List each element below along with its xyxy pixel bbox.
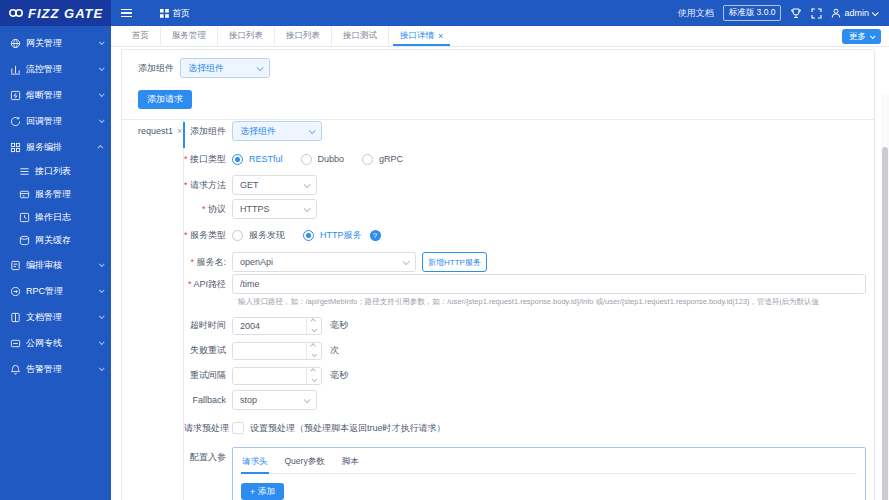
app-logo[interactable]: FIZZ GATE — [0, 0, 111, 26]
params-tab-headers[interactable]: 请求头 — [241, 453, 269, 473]
sidebar-subitem-gateway-cache[interactable]: 网关缓存 — [0, 229, 111, 252]
version-badge: 标准版 3.0.0 — [723, 5, 782, 21]
document-icon — [10, 312, 21, 323]
tab-interface-list-1[interactable]: 接口列表 — [217, 26, 274, 46]
orchestration-icon — [10, 142, 21, 153]
radio-grpc-label[interactable]: gRPC — [379, 154, 403, 164]
sidebar-subitem-label: 接口列表 — [35, 165, 71, 178]
chevron-down-icon — [99, 313, 105, 319]
sidebar-item-gateway-mgmt[interactable]: 网关管理 — [0, 30, 111, 56]
number-stepper[interactable] — [306, 341, 321, 359]
sidebar-item-public-line[interactable]: 公网专线 — [0, 330, 111, 356]
help-icon[interactable]: ? — [370, 230, 381, 241]
header-home-link[interactable]: 首页 — [160, 7, 190, 20]
protocol-select[interactable]: HTTPS — [232, 199, 317, 219]
service-type-label: 服务类型 — [184, 225, 232, 245]
trophy-icon[interactable] — [790, 7, 802, 19]
service-name-select[interactable]: openApi — [232, 252, 416, 272]
sidebar-item-circuit-mgmt[interactable]: 熔断管理 — [0, 82, 111, 108]
api-path-input[interactable] — [232, 274, 866, 294]
sidebar-subitem-label: 网关缓存 — [35, 234, 71, 247]
component-select[interactable]: 选择组件 — [180, 58, 270, 78]
tab-home[interactable]: 首页 — [121, 26, 160, 46]
interface-type-label: 接口类型 — [184, 149, 232, 169]
radio-dubbo[interactable] — [301, 154, 312, 165]
protocol-label: 协议 — [184, 199, 232, 219]
sidebar-item-orchestration-audit[interactable]: 编排审核 — [0, 252, 111, 278]
stepper-down-icon — [307, 375, 321, 384]
sidebar-subitem-label: 服务管理 — [35, 188, 71, 201]
retry-interval-label: 重试间隔 — [184, 365, 232, 385]
api-path-hint: 输入接口路径，如：/api/getMebInfo；路径支持引用参数，如：/use… — [238, 297, 866, 307]
close-icon[interactable]: × — [438, 32, 443, 41]
sidebar-item-callback-mgmt[interactable]: 回调管理 — [0, 108, 111, 134]
request-tab-request1[interactable]: request1 × — [138, 120, 183, 136]
retry-interval-unit: 毫秒 — [330, 369, 348, 382]
vertical-scrollbar[interactable] — [881, 94, 889, 500]
method-select[interactable]: GET — [232, 175, 317, 195]
sidebar-item-rpc-mgmt[interactable]: RPC管理 — [0, 278, 111, 304]
flow-chart-icon — [10, 64, 21, 75]
more-tabs-button[interactable]: 更多 — [842, 29, 881, 44]
sidebar-subitem-interface-list[interactable]: 接口列表 — [0, 160, 111, 183]
stepper-down-icon — [307, 350, 321, 359]
radio-grpc[interactable] — [362, 154, 373, 165]
tab-interface-detail[interactable]: 接口详情 × — [388, 26, 454, 46]
username: admin — [844, 8, 869, 18]
scrollbar-thumb[interactable] — [882, 147, 888, 500]
chevron-down-icon — [99, 287, 105, 293]
preprocess-checkbox[interactable] — [232, 422, 244, 434]
sidebar-subitem-operation-log[interactable]: 操作日志 — [0, 206, 111, 229]
radio-restful[interactable] — [232, 154, 243, 165]
hamburger-icon[interactable] — [119, 5, 134, 22]
sidebar-item-label: 告警管理 — [26, 363, 62, 376]
fizz-logo-icon — [8, 7, 24, 19]
number-stepper[interactable] — [306, 316, 321, 334]
sidebar-item-alarm-mgmt[interactable]: 告警管理 — [0, 356, 111, 382]
bell-icon — [10, 364, 21, 375]
add-component-row: 添加组件 选择组件 — [138, 58, 866, 78]
params-tab-script[interactable]: 脚本 — [341, 453, 360, 473]
radio-http-service-label[interactable]: HTTP服务 — [320, 229, 362, 242]
interface-list-icon — [19, 166, 30, 177]
radio-service-discovery-label[interactable]: 服务发现 — [249, 229, 285, 242]
user-menu[interactable]: admin — [831, 8, 877, 18]
radio-http-service[interactable] — [303, 230, 314, 241]
docs-link[interactable]: 使用文档 — [678, 7, 714, 20]
close-icon[interactable]: × — [177, 126, 182, 136]
sidebar-item-flow-mgmt[interactable]: 流控管理 — [0, 56, 111, 82]
sidebar-item-orchestration[interactable]: 服务编排 — [0, 134, 111, 160]
radio-service-discovery[interactable] — [232, 230, 243, 241]
chevron-down-icon — [99, 339, 105, 345]
params-tabs: 请求头 Query参数 脚本 — [241, 453, 857, 474]
params-tab-query[interactable]: Query参数 — [284, 453, 326, 473]
radio-dubbo-label[interactable]: Dubbo — [318, 154, 345, 164]
active-request-indicator — [183, 122, 186, 148]
tab-interface-test[interactable]: 接口测试 — [331, 26, 388, 46]
sidebar-subitem-service-mgmt[interactable]: 服务管理 — [0, 183, 111, 206]
sidebar-item-label: RPC管理 — [26, 285, 63, 298]
tab-service-mgmt[interactable]: 服务管理 — [160, 26, 217, 46]
request-form: 添加组件 选择组件 接口类型 RESTful — [184, 120, 866, 500]
number-stepper[interactable] — [306, 366, 321, 384]
add-http-service-button[interactable]: 新增HTTP服务 — [422, 252, 487, 272]
chevron-up-icon — [97, 145, 103, 151]
top-header: FIZZ GATE 首页 使用文档 标准版 3.0.0 — [0, 0, 889, 26]
page-tabbar: 首页 服务管理 接口列表 接口列表 接口测试 接口详情 × 更多 — [111, 26, 889, 47]
stepper-up-icon — [307, 366, 321, 375]
home-tag-label: 首页 — [172, 7, 190, 20]
user-icon — [831, 8, 841, 18]
operation-log-icon — [19, 212, 30, 223]
add-param-button[interactable]: + 添加 — [241, 483, 284, 500]
form-component-select[interactable]: 选择组件 — [232, 121, 322, 141]
chevron-down-icon — [403, 258, 410, 265]
fallback-select[interactable]: stop — [232, 390, 317, 410]
radio-restful-label[interactable]: RESTful — [249, 154, 283, 164]
plus-icon: + — [250, 487, 255, 497]
add-request-button[interactable]: 添加请求 — [138, 90, 192, 109]
retry-times-unit: 次 — [330, 344, 339, 357]
timeout-unit: 毫秒 — [330, 319, 348, 332]
fullscreen-icon[interactable] — [811, 8, 822, 19]
sidebar-item-doc-mgmt[interactable]: 文档管理 — [0, 304, 111, 330]
tab-interface-list-2[interactable]: 接口列表 — [274, 26, 331, 46]
